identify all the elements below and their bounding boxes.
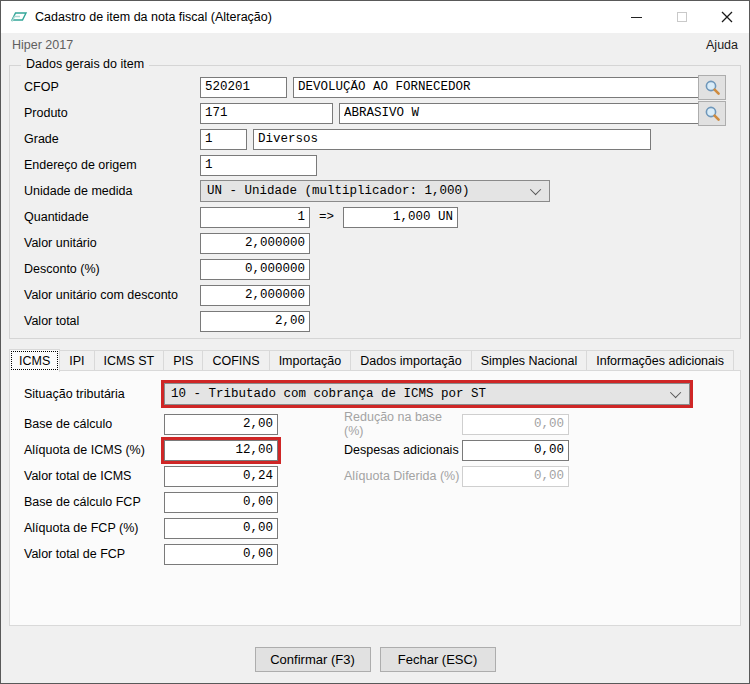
produto-code-input[interactable] [200, 103, 333, 124]
valor-unitario-label: Valor unitário [24, 236, 200, 250]
valor-unitario-row: Valor unitário [10, 230, 740, 256]
valor-unitario-desconto-input[interactable] [200, 285, 310, 306]
base-calculo-fcp-label: Base de cálculo FCP [24, 495, 164, 509]
quantidade-row: Quantidade => [10, 204, 740, 230]
minimize-button[interactable] [614, 1, 659, 33]
close-button-label: Fechar (ESC) [398, 652, 477, 667]
tab-cofins[interactable]: COFINS [202, 350, 269, 371]
annotation-highlight-situacao: 10 - Tributado com cobrança de ICMS por … [161, 380, 693, 408]
aliquota-fcp-input[interactable] [164, 518, 278, 539]
grade-row: Grade [10, 126, 740, 152]
tab-simples-nacional[interactable]: Simples Nacional [471, 350, 588, 371]
valor-total-fcp-label: Valor total de FCP [24, 547, 164, 561]
situacao-tributaria-label: Situação tributária [24, 387, 164, 401]
produto-description-input[interactable] [339, 103, 700, 124]
valor-total-icms-label: Valor total de ICMS [24, 469, 164, 483]
valor-total-icms-input[interactable] [164, 466, 278, 487]
situacao-tributaria-row: Situação tributária 10 - Tributado com c… [10, 377, 740, 411]
app-logo-icon [10, 9, 28, 25]
base-calculo-fcp-row: Base de cálculo FCP [10, 489, 740, 515]
tab-label: PIS [173, 354, 193, 368]
valor-total-label: Valor total [24, 314, 200, 328]
tab-label: Importação [279, 354, 342, 368]
tab-label: IPI [69, 354, 84, 368]
tab-strip: ICMS IPI ICMS ST PIS COFINS Importação D… [9, 348, 733, 371]
produto-search-button[interactable] [698, 101, 726, 126]
tab-informacoes-adicionais[interactable]: Informações adicionais [586, 350, 734, 371]
tab-importacao[interactable]: Importação [269, 350, 352, 371]
general-data-groupbox: Dados gerais do item CFOP Produto [9, 65, 741, 339]
quantidade-input[interactable] [200, 207, 310, 228]
valor-total-row: Valor total [10, 308, 740, 334]
base-calculo-label: Base de cálculo [24, 417, 164, 431]
base-calculo-fcp-input[interactable] [164, 492, 278, 513]
despesas-adicionais-input[interactable] [462, 440, 569, 461]
search-icon [704, 105, 721, 122]
unidade-row: Unidade de medida UN - Unidade (multipli… [10, 178, 740, 204]
cfop-code-input[interactable] [200, 77, 287, 98]
menu-item-hiper[interactable]: Hiper 2017 [12, 38, 73, 52]
cfop-description-input[interactable] [293, 77, 700, 98]
grade-code-input[interactable] [200, 129, 247, 150]
desconto-label: Desconto (%) [24, 262, 200, 276]
aliquota-fcp-row: Alíquota de FCP (%) [10, 515, 740, 541]
cfop-label: CFOP [24, 80, 200, 94]
tab-label: Dados importação [360, 354, 461, 368]
search-icon [704, 79, 721, 96]
grade-description-input[interactable] [253, 129, 651, 150]
groupbox-legend: Dados gerais do item [21, 57, 149, 71]
valor-unitario-desconto-label: Valor unitário com desconto [24, 288, 200, 302]
valor-total-fcp-input[interactable] [164, 544, 278, 565]
maximize-button [659, 1, 704, 33]
desconto-input[interactable] [200, 259, 310, 280]
annotation-highlight-aliquota [161, 437, 281, 464]
unidade-medida-value: UN - Unidade (multiplicador: 1,000) [207, 184, 533, 198]
maximize-icon [677, 12, 687, 22]
tab-icms[interactable]: ICMS [9, 349, 60, 372]
close-dialog-button[interactable]: Fechar (ESC) [380, 647, 496, 672]
tab-ipi[interactable]: IPI [59, 350, 94, 371]
cfop-search-button[interactable] [698, 75, 726, 100]
tab-dados-importacao[interactable]: Dados importação [350, 350, 471, 371]
confirm-button[interactable]: Confirmar (F3) [255, 647, 371, 672]
tab-label: ICMS ST [104, 354, 155, 368]
window-title: Cadastro de item da nota fiscal (Alteraç… [35, 10, 614, 24]
dialog-window: Cadastro de item da nota fiscal (Alteraç… [0, 0, 750, 684]
conversion-arrow: => [319, 210, 334, 224]
valor-total-icms-row: Valor total de ICMS Alíquota Diferida (%… [10, 463, 740, 489]
reducao-base-input [462, 414, 569, 435]
grade-label: Grade [24, 132, 200, 146]
desconto-row: Desconto (%) [10, 256, 740, 282]
reducao-base-label: Redução na base (%) [344, 410, 462, 438]
aliquota-icms-input[interactable] [164, 440, 278, 461]
valor-total-input[interactable] [200, 311, 310, 332]
quantidade-convertida-input[interactable] [343, 207, 458, 228]
situacao-tributaria-select[interactable]: 10 - Tributado com cobrança de ICMS por … [164, 383, 690, 405]
produto-row: Produto [10, 100, 740, 126]
window-controls [614, 1, 749, 33]
menu-bar: Hiper 2017 Ajuda [1, 33, 749, 57]
tab-label: COFINS [212, 354, 259, 368]
unidade-medida-label: Unidade de medida [24, 184, 200, 198]
close-button[interactable] [704, 1, 749, 33]
confirm-button-label: Confirmar (F3) [270, 652, 355, 667]
minimize-icon [631, 17, 642, 18]
valor-unitario-input[interactable] [200, 233, 310, 254]
base-calculo-input[interactable] [164, 414, 278, 435]
tab-icms-st[interactable]: ICMS ST [94, 350, 165, 371]
produto-label: Produto [24, 106, 200, 120]
dialog-buttons: Confirmar (F3) Fechar (ESC) [1, 647, 749, 672]
endereco-origem-label: Endereço de origem [24, 158, 200, 172]
icms-tab-page: Situação tributária 10 - Tributado com c… [9, 370, 741, 626]
menu-item-ajuda[interactable]: Ajuda [706, 38, 738, 52]
aliquota-diferida-input [462, 466, 569, 487]
endereco-origem-input[interactable] [200, 155, 317, 176]
tab-pis[interactable]: PIS [163, 350, 203, 371]
close-icon [721, 11, 733, 23]
tab-label: ICMS [19, 354, 50, 368]
tab-label: Simples Nacional [481, 354, 578, 368]
valor-total-fcp-row: Valor total de FCP [10, 541, 740, 567]
aliquota-diferida-label: Alíquota Diferida (%) [344, 469, 462, 483]
aliquota-icms-row: Alíquota de ICMS (%) Despesas adicionais [10, 437, 740, 463]
unidade-medida-select[interactable]: UN - Unidade (multiplicador: 1,000) [200, 180, 550, 202]
